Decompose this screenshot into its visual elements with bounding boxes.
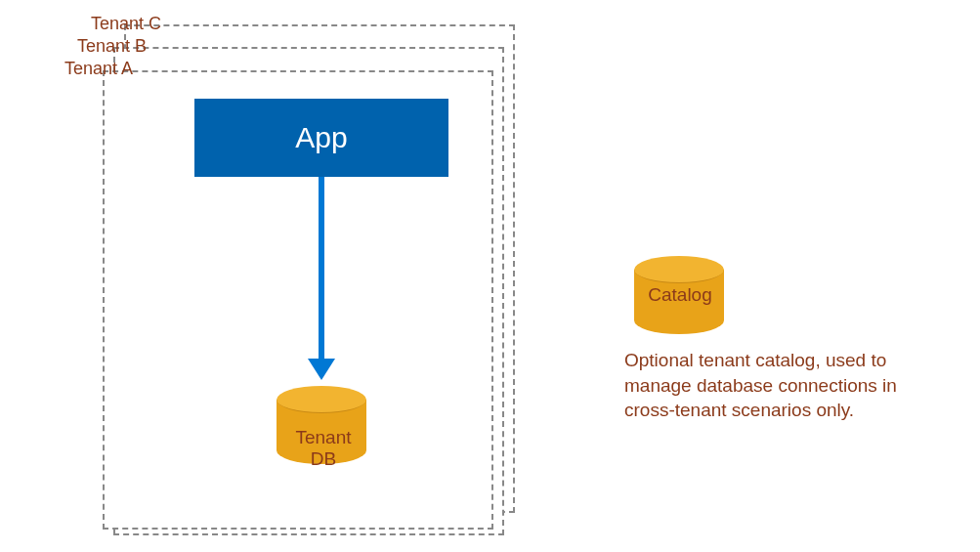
catalog-description: Optional tenant catalog, used to manage … bbox=[624, 348, 908, 423]
app-label: App bbox=[295, 121, 347, 154]
catalog-db-label: Catalog bbox=[641, 284, 719, 306]
app-box: App bbox=[194, 99, 448, 177]
tenant-db-label: Tenant DB bbox=[291, 427, 356, 471]
tenant-a-label: Tenant A bbox=[64, 59, 133, 79]
arrow-app-to-db bbox=[319, 177, 324, 362]
tenant-b-label: Tenant B bbox=[77, 36, 147, 57]
db-top bbox=[277, 386, 366, 413]
tenant-c-label: Tenant C bbox=[91, 14, 161, 34]
db-top bbox=[634, 256, 724, 283]
